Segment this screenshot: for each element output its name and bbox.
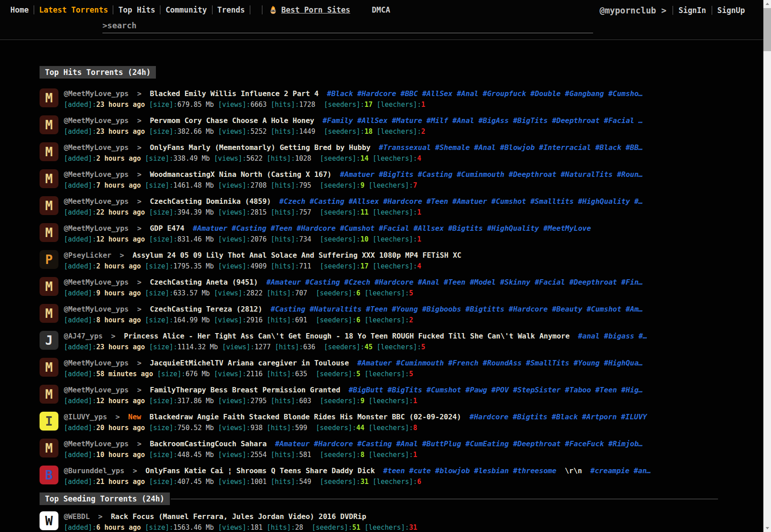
torrent-title-line: @ILUVY_yps > New Blackedraw Angie Faith … [64, 412, 713, 422]
torrent-meta-line: [added]:6 hours ago[size]:1563.46 Mb[vie… [64, 523, 713, 532]
torrent-title-link[interactable]: Blacked Emily Willis Influence 2 Part 4 [150, 89, 319, 98]
uploader-avatar[interactable]: I [40, 412, 58, 431]
tag-links[interactable]: #Casting #Naturaltits #Teen #Young #Bigb… [271, 305, 643, 313]
torrent-title-link[interactable]: GDP E474 [150, 224, 184, 233]
torrent-title-link[interactable]: CzechCasting Dominika (4859) [150, 197, 271, 206]
added-label: [added]: [64, 208, 96, 216]
uploader-link[interactable]: @MeetMyLove_yps [64, 305, 129, 313]
leechers-label: [leechers]: [368, 181, 413, 189]
uploader-avatar[interactable]: M [40, 439, 58, 457]
torrent-title-link[interactable]: Pervmom Cory Chase Choose A Hole Honey [150, 116, 314, 125]
torrent-title-link[interactable]: BackroomCastingCouch Sahara [150, 440, 266, 448]
hits-label: [hits]: [271, 181, 299, 189]
torrent-title-link[interactable]: CzechCasting Tereza (2812) [150, 305, 262, 313]
torrent-title-link[interactable]: FamilyTherapy Bess Breast Permission Gra… [150, 386, 340, 394]
seeders-value: 18 [364, 128, 372, 136]
uploader-avatar[interactable]: M [40, 142, 58, 161]
uploader-link[interactable]: @MeetMyLove_yps [64, 440, 129, 448]
uploader-link[interactable]: @MeetMyLove_yps [64, 170, 129, 179]
uploader-avatar[interactable]: J [40, 331, 58, 350]
section-top-hits: Top Hits Torrents (24h) M @MeetMyLove_yp… [40, 66, 771, 492]
tag-links[interactable]: #Amatuer #BigTits #Casting #Cuminmouth #… [340, 170, 643, 179]
uploader-avatar[interactable]: M [40, 304, 58, 323]
torrent-title-link[interactable]: OnlyFans Marly (Mementomarly) Getting Br… [150, 143, 370, 152]
account-menu[interactable]: @mypornclub > [599, 5, 666, 15]
added-label: [added]: [64, 316, 96, 324]
nav-item-community[interactable]: Community [160, 5, 212, 14]
uploader-avatar[interactable]: M [40, 169, 58, 188]
tag-links[interactable]: #teen #cute #blowjob #lesbian #threesome [383, 466, 556, 475]
uploader-avatar[interactable]: M [40, 277, 58, 296]
torrent-meta-line: [added]:8 hours ago[size]:164.99 Mb[view… [64, 315, 713, 325]
signup-link[interactable]: SignUp [712, 6, 750, 15]
search-input[interactable] [102, 20, 593, 33]
tag-links[interactable]: #creampie #an… [590, 466, 651, 475]
signin-link[interactable]: SignIn [673, 6, 711, 15]
uploader-avatar[interactable]: W [40, 511, 58, 530]
uploader-avatar[interactable]: M [40, 358, 58, 377]
tag-links[interactable]: #Black #Hardcore #BBC #AllSex #Anal #Gro… [327, 89, 643, 98]
uploader-link[interactable]: @AJ47_yps [64, 332, 103, 340]
size-value: 831.46 Mb [177, 235, 214, 243]
uploader-link[interactable]: @PseyLicker [64, 251, 111, 259]
tag-links[interactable]: #anal #bigass #… [578, 332, 647, 340]
tag-links[interactable]: #Czech #Casting #Allsex #Hardcore #Teen … [279, 197, 643, 206]
uploader-link[interactable]: @MeetMyLove_yps [64, 89, 129, 98]
uploader-link[interactable]: @WEBDL [64, 512, 90, 521]
torrent-title-link[interactable]: JacquieEtMichelTV Ariana caregiver in To… [150, 359, 349, 367]
uploader-avatar[interactable]: M [40, 88, 58, 107]
torrent-title-link[interactable]: WoodmancastingX Nina North (Casting X 16… [150, 170, 332, 179]
best-porn-sites-link[interactable]: Best Porn Sites [281, 5, 350, 14]
tag-links[interactable]: #Amatuer #Casting #Teen #Hardcore #Cumsh… [193, 224, 591, 233]
uploader-link[interactable]: @MeetMyLove_yps [64, 386, 129, 394]
torrent-title-link[interactable]: Princess Alice - Her Tight Ass Can\'t Ge… [124, 332, 570, 340]
added-value: 6 hours ago [96, 523, 141, 532]
leechers-label: [leechers]: [372, 235, 417, 243]
account-block: @mypornclub > SignIn SignUp [599, 5, 750, 15]
nav-item-home[interactable]: Home [5, 5, 34, 14]
leechers-value: 6 [417, 478, 421, 486]
scrollbar-thumb[interactable] [763, 8, 771, 51]
tag-links[interactable]: #Amatuer #Cuminmouth #French #RoundAss #… [357, 359, 643, 367]
hits-value: 1449 [299, 128, 315, 136]
hits-value: 581 [299, 451, 311, 459]
torrent-title-link[interactable]: Assylum 24 05 09 Lily Thot Anal Solace A… [133, 251, 461, 259]
dmca-link[interactable]: DMCA [372, 5, 390, 14]
uploader-avatar[interactable]: B [40, 466, 58, 484]
uploader-link[interactable]: @ILUVY_yps [64, 413, 107, 421]
uploader-link[interactable]: @Burunddel_yps [64, 466, 124, 475]
uploader-link[interactable]: @MeetMyLove_yps [64, 359, 129, 367]
tag-links[interactable]: #Amateur #Hardcore #Casting #Anal #ButtP… [275, 440, 643, 448]
scroll-down-button[interactable] [763, 524, 771, 532]
uploader-link[interactable]: @MeetMyLove_yps [64, 224, 129, 233]
scroll-up-button[interactable] [763, 0, 771, 8]
torrent-meta-line: [added]:20 hours ago[size]:750.52 Mb[vie… [64, 423, 713, 433]
nav-item-top-hits[interactable]: Top Hits [113, 5, 160, 14]
seeders-label: [seeders]: [312, 523, 352, 532]
uploader-link[interactable]: @MeetMyLove_yps [64, 143, 129, 152]
uploader-avatar[interactable]: P [40, 250, 58, 269]
torrent-title-line: @AJ47_yps > Princess Alice - Her Tight A… [64, 331, 713, 341]
uploader-link[interactable]: @MeetMyLove_yps [64, 116, 129, 125]
torrent-title-link[interactable]: Blackedraw Angie Faith Stacked Blonde Ri… [150, 413, 461, 421]
seeders-label: [seeders]: [324, 128, 364, 136]
torrent-title-link[interactable]: Rack Focus (Manuel Ferrara, Jules Jordan… [111, 512, 366, 521]
nav-item-latest-torrents[interactable]: Latest Torrents [34, 5, 113, 14]
uploader-avatar[interactable]: M [40, 385, 58, 404]
tag-links[interactable]: #Transsexual #Shemale #Anal #Blowjob #In… [379, 143, 643, 152]
uploader-avatar[interactable]: M [40, 196, 58, 215]
uploader-avatar[interactable]: M [40, 115, 58, 134]
uploader-link[interactable]: @MeetMyLove_yps [64, 197, 129, 206]
leechers-value: 4 [417, 262, 421, 270]
uploader-link[interactable]: @MeetMyLove_yps [64, 278, 129, 286]
vertical-scrollbar[interactable] [763, 0, 771, 532]
uploader-avatar[interactable]: M [40, 223, 58, 242]
torrent-title-line: @MeetMyLove_yps > Blacked Emily Willis I… [64, 88, 713, 99]
tag-links[interactable]: #Hardcore #Bigtits #Black #Artporn #ILUV… [470, 413, 647, 421]
tag-links[interactable]: #Family #AllSex #Mature #Milf #Anal #Big… [323, 116, 643, 125]
tag-links[interactable]: #Amateur #Casting #Czech #Hardcore #Anal… [266, 278, 643, 286]
tag-links[interactable]: #BigButt #BigTits #Cumshot #Pawg #POV #S… [349, 386, 643, 394]
torrent-title-link[interactable]: OnlyFans Katie Cai ¦ Shrooms Q Teens Sha… [146, 466, 375, 475]
torrent-title-link[interactable]: CzechCasting Aneta (9451) [150, 278, 258, 286]
nav-item-trends[interactable]: Trends [213, 5, 250, 14]
